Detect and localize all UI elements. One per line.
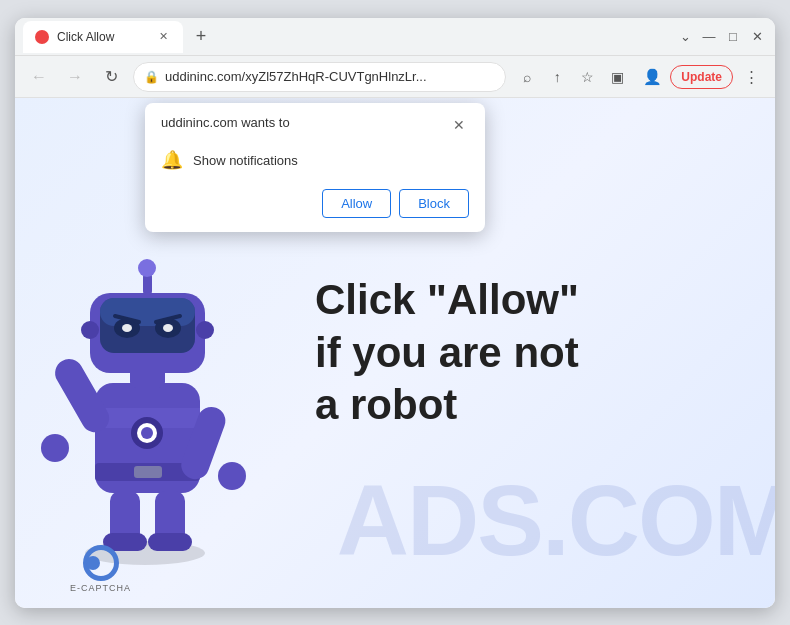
back-arrow-icon: ← (31, 68, 47, 86)
tab-close-button[interactable]: ✕ (155, 29, 171, 45)
active-tab[interactable]: Click Allow ✕ (23, 21, 183, 53)
notification-popup: uddininc.com wants to ✕ 🔔 Show notificat… (145, 103, 485, 232)
popup-header: uddininc.com wants to ✕ (161, 115, 469, 135)
robot-illustration (35, 208, 295, 588)
svg-point-23 (81, 321, 99, 339)
address-bar: ← → ↻ 🔒 uddininc.com/xyZl57ZhHqR-CUVTgnH… (15, 56, 775, 98)
svg-rect-16 (100, 298, 195, 326)
update-button[interactable]: Update (670, 65, 733, 89)
svg-point-29 (141, 427, 153, 439)
minimize-button[interactable]: — (699, 27, 719, 47)
url-actions: ⌕ ↑ ☆ ▣ (514, 64, 630, 90)
window-controls: ⌄ — □ ✕ (675, 27, 767, 47)
ecaptcha-icon (83, 545, 119, 581)
reload-icon: ↻ (105, 67, 118, 86)
main-text-line3: a robot (315, 379, 579, 432)
svg-point-19 (122, 324, 132, 332)
maximize-button[interactable]: □ (723, 27, 743, 47)
permission-text: Show notifications (193, 153, 298, 168)
tab-favicon (35, 30, 49, 44)
watermark-text: ADS.COM (337, 463, 775, 578)
svg-point-24 (196, 321, 214, 339)
svg-point-20 (163, 324, 173, 332)
main-text: Click "Allow" if you are not a robot (315, 274, 579, 432)
main-text-line2: if you are not (315, 327, 579, 380)
new-tab-button[interactable]: + (187, 23, 215, 51)
forward-arrow-icon: → (67, 68, 83, 86)
more-options-button[interactable]: ⋮ (737, 63, 765, 91)
bell-icon: 🔔 (161, 149, 183, 171)
allow-button[interactable]: Allow (322, 189, 391, 218)
browser-window: Click Allow ✕ + ⌄ — □ ✕ ← → ↻ 🔒 uddininc… (15, 18, 775, 608)
forward-button[interactable]: → (61, 63, 89, 91)
svg-rect-4 (134, 466, 162, 478)
svg-rect-8 (148, 533, 192, 551)
popup-title: uddininc.com wants to (161, 115, 290, 130)
title-bar: Click Allow ✕ + ⌄ — □ ✕ (15, 18, 775, 56)
popup-close-button[interactable]: ✕ (449, 115, 469, 135)
popup-buttons: Allow Block (161, 189, 469, 218)
url-bar[interactable]: 🔒 uddininc.com/xyZl57ZhHqR-CUVTgnHlnzLr.… (133, 62, 506, 92)
share-icon-button[interactable]: ↑ (544, 64, 570, 90)
chevron-down-icon[interactable]: ⌄ (675, 27, 695, 47)
svg-point-12 (218, 462, 246, 490)
reload-button[interactable]: ↻ (97, 63, 125, 91)
lock-icon: 🔒 (144, 70, 159, 84)
search-icon-button[interactable]: ⌕ (514, 64, 540, 90)
svg-point-26 (138, 259, 156, 277)
toolbar-right: 👤 Update ⋮ (638, 63, 765, 91)
close-button[interactable]: ✕ (747, 27, 767, 47)
tab-area: Click Allow ✕ + (23, 21, 675, 53)
popup-permission-row: 🔔 Show notifications (161, 145, 469, 175)
svg-point-10 (41, 434, 69, 462)
url-text: uddininc.com/xyZl57ZhHqR-CUVTgnHlnzLr... (165, 69, 495, 84)
page-content: ADS.COM uddininc.com wants to ✕ 🔔 Show n… (15, 98, 775, 608)
block-button[interactable]: Block (399, 189, 469, 218)
back-button[interactable]: ← (25, 63, 53, 91)
account-icon-button[interactable]: 👤 (638, 63, 666, 91)
extensions-icon-button[interactable]: ▣ (604, 64, 630, 90)
ecaptcha-inner-circle (86, 556, 100, 570)
bookmark-icon-button[interactable]: ☆ (574, 64, 600, 90)
ecaptcha-label: E-CAPTCHA (70, 583, 131, 593)
close-icon: ✕ (453, 117, 465, 133)
main-text-line1: Click "Allow" (315, 274, 579, 327)
tab-title: Click Allow (57, 30, 147, 44)
ecaptcha-logo: E-CAPTCHA (70, 545, 131, 593)
